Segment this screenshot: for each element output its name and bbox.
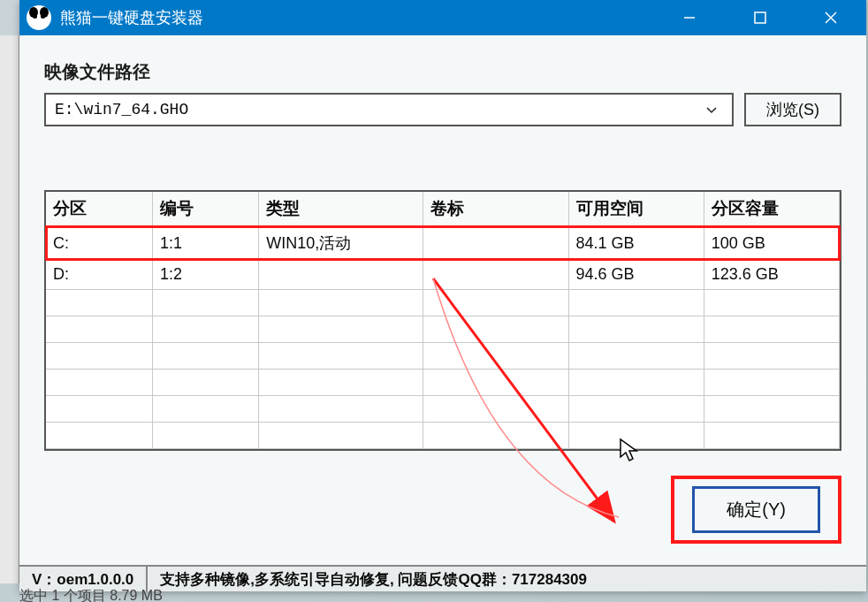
col-capacity[interactable]: 分区容量 (704, 192, 839, 226)
table-row-empty (46, 343, 840, 370)
col-type[interactable]: 类型 (259, 192, 423, 226)
table-row-empty (46, 423, 840, 449)
col-label[interactable]: 卷标 (423, 192, 568, 226)
table-row-empty (46, 370, 840, 396)
image-path-value: E:\win7_64.GHO (55, 101, 700, 118)
col-partition[interactable]: 分区 (46, 192, 152, 226)
table-row[interactable]: C:1:1WIN10,活动84.1 GB100 GB (46, 226, 840, 260)
minimize-button[interactable] (654, 0, 725, 35)
table-row[interactable]: D:1:294.6 GB123.6 GB (46, 260, 840, 290)
svg-rect-1 (755, 12, 765, 23)
window-title: 熊猫一键硬盘安装器 (60, 7, 654, 28)
image-path-label: 映像文件路径 (44, 60, 841, 84)
window-controls (654, 0, 866, 35)
status-info: 支持多种镜像,多系统引导自动修复, 问题反馈QQ群：717284309 (148, 569, 866, 590)
titlebar: 熊猫一键硬盘安装器 (19, 0, 866, 35)
background-cropped-left (0, 35, 19, 583)
table-row-empty (46, 316, 840, 343)
client-area: 映像文件路径 E:\win7_64.GHO 浏览(S) 分区 编号 类型 (19, 35, 866, 552)
image-path-combobox[interactable]: E:\win7_64.GHO (44, 93, 734, 126)
panda-icon (27, 5, 51, 30)
close-button[interactable] (796, 0, 866, 35)
table-row-empty (46, 290, 840, 316)
maximize-button[interactable] (725, 0, 796, 35)
path-row: E:\win7_64.GHO 浏览(S) (44, 93, 841, 126)
installer-window: 熊猫一键硬盘安装器 映像文件路径 E:\win7_64.GHO 浏览(S) (19, 0, 866, 591)
confirm-button[interactable]: 确定(Y) (692, 486, 820, 533)
browse-button[interactable]: 浏览(S) (744, 93, 841, 126)
chevron-down-icon[interactable] (700, 103, 723, 117)
col-free[interactable]: 可用空间 (568, 192, 704, 226)
confirm-highlight-box: 确定(Y) (671, 476, 841, 544)
partition-table: 分区 编号 类型 卷标 可用空间 分区容量 C:1:1WIN10,活动84.1 … (44, 190, 841, 451)
col-number[interactable]: 编号 (152, 192, 258, 226)
table-header-row: 分区 编号 类型 卷标 可用空间 分区容量 (46, 192, 840, 226)
background-cropped-bottom: 选中 1 个项目 8.79 MB (19, 587, 163, 602)
table-row-empty (46, 396, 840, 423)
action-row: 确定(Y) (44, 476, 841, 544)
